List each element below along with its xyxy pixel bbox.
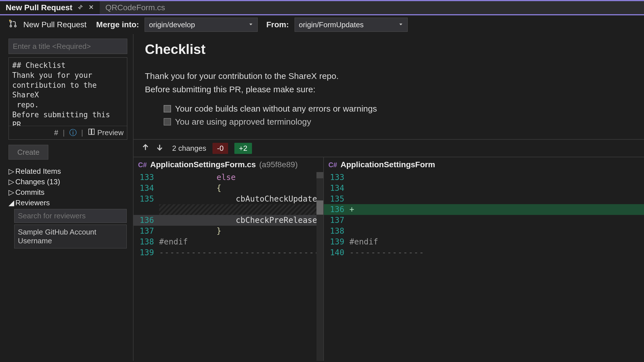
merge-into-value: origin/develop <box>149 20 195 29</box>
separator: | <box>81 128 83 137</box>
preview-button[interactable]: Preview <box>88 128 124 137</box>
diff-header: C# ApplicationSettingsForm <box>324 157 644 172</box>
preview-paragraph: Thank you for your contribution to the S… <box>145 70 633 83</box>
pr-toolbar: New Pull Request Merge into: origin/deve… <box>0 15 644 34</box>
csharp-icon: C# <box>138 161 147 169</box>
checklist-item: Your code builds clean without any error… <box>164 104 633 114</box>
toolbar-title: New Pull Request <box>23 20 87 29</box>
create-label: Create <box>17 148 39 157</box>
tab-label: QRCodeForm.cs <box>105 3 165 12</box>
svg-rect-3 <box>89 129 91 135</box>
from-value: origin/FormUpdates <box>299 20 364 29</box>
diff-pane-modified: C# ApplicationSettingsForm 133 134 135 1… <box>324 157 644 361</box>
diff-panes: C# ApplicationSettingsForm.cs (a95f8e89)… <box>134 157 644 361</box>
checklist-item: You are using approved terminology <box>164 117 633 127</box>
lineno: 136 <box>134 215 159 226</box>
diff-gap <box>159 204 323 215</box>
close-icon[interactable] <box>88 4 94 12</box>
diff-filename: ApplicationSettingsForm <box>341 160 435 169</box>
preview-paragraph: Before submitting this PR, please make s… <box>145 83 633 96</box>
diff-hash: (a95f8e89) <box>259 160 298 169</box>
left-panel: ## Checklist Thank you for your contribu… <box>0 34 133 361</box>
merge-into-dropdown[interactable]: origin/develop <box>145 18 258 32</box>
pr-description-textarea[interactable]: ## Checklist Thank you for your contribu… <box>9 58 127 126</box>
pr-title-input[interactable] <box>9 39 127 54</box>
tree-commits[interactable]: ▷ Commits <box>9 188 124 197</box>
side-tree: ▷ Related Items ▷ Changes (13) ▷ Commits… <box>9 167 124 248</box>
diff-toolbar: 2 changes -0 +2 <box>134 139 644 157</box>
separator: | <box>63 128 65 137</box>
svg-point-2 <box>14 25 16 27</box>
hash-icon[interactable]: # <box>54 128 58 137</box>
lineno: 135 <box>134 194 159 204</box>
preview-label: Preview <box>97 128 124 137</box>
tab-label: New Pull Request <box>6 3 72 12</box>
lineno: 139 <box>324 237 349 247</box>
checklist-text: Your code builds clean without any error… <box>175 104 377 114</box>
tree-changes[interactable]: ▷ Changes (13) <box>9 177 124 186</box>
diff-pane-original: C# ApplicationSettingsForm.cs (a95f8e89)… <box>134 157 324 361</box>
tree-label: Reviewers <box>15 198 50 207</box>
csharp-icon: C# <box>328 161 337 169</box>
pr-description-wrapper: ## Checklist Thank you for your contribu… <box>9 57 127 140</box>
lineno: 140 <box>324 247 349 258</box>
diff-filename: ApplicationSettingsForm.cs <box>150 160 256 169</box>
lineno: 138 <box>134 237 159 247</box>
lineno: 138 <box>324 226 349 237</box>
deletions-badge: -0 <box>212 143 228 154</box>
svg-point-0 <box>10 25 12 27</box>
code-area-left[interactable]: 133 else 134 { 135 cbAutoCheckUpdate.( 1… <box>134 172 323 361</box>
tree-reviewers[interactable]: ◢ Reviewers <box>9 198 124 207</box>
changes-count: 2 changes <box>172 144 206 153</box>
lineno: 134 <box>134 183 159 194</box>
from-dropdown[interactable]: origin/FormUpdates <box>295 18 408 32</box>
scrollbar-thumb[interactable] <box>316 200 323 215</box>
additions-badge: +2 <box>234 143 252 154</box>
checklist-text: You are using approved terminology <box>175 117 311 127</box>
chevron-down-icon <box>398 21 403 29</box>
merge-into-label: Merge into: <box>96 20 139 29</box>
chevron-right-icon: ▷ <box>9 177 12 186</box>
pin-icon[interactable] <box>78 4 83 12</box>
tab-bar: New Pull Request QRCodeForm.cs <box>0 0 644 15</box>
checkbox-icon[interactable] <box>164 105 171 112</box>
tree-label: Related Items <box>15 167 61 176</box>
lineno: 133 <box>134 172 159 183</box>
next-change-button[interactable] <box>156 143 164 153</box>
tree-label: Commits <box>15 188 45 197</box>
chevron-down-icon <box>248 21 253 29</box>
preview-checklist: Your code builds clean without any error… <box>145 104 633 127</box>
tab-new-pull-request[interactable]: New Pull Request <box>0 1 100 14</box>
checkbox-icon[interactable] <box>164 118 171 125</box>
right-panel: Checklist Thank you for your contributio… <box>133 34 644 361</box>
create-button[interactable]: Create <box>9 145 48 160</box>
lineno: 133 <box>324 172 349 183</box>
chevron-right-icon: ▷ <box>9 188 12 197</box>
from-label: From: <box>266 20 289 29</box>
code-area-right[interactable]: 133 134 135 136+ 137 138 139#endif 140--… <box>324 172 644 361</box>
lineno: 135 <box>324 194 349 204</box>
info-icon[interactable]: ⓘ <box>69 128 77 138</box>
tab-qrcodeform[interactable]: QRCodeForm.cs <box>100 1 171 14</box>
description-toolbar: # | ⓘ | Preview <box>9 126 127 139</box>
tree-related-items[interactable]: ▷ Related Items <box>9 167 124 176</box>
lineno: 137 <box>134 226 159 237</box>
lineno: 136 <box>324 204 349 215</box>
added-line-marker: + <box>349 205 357 214</box>
diff-header: C# ApplicationSettingsForm.cs (a95f8e89) <box>134 157 323 172</box>
svg-rect-4 <box>92 129 94 135</box>
main-area: ## Checklist Thank you for your contribu… <box>0 34 644 361</box>
chevron-right-icon: ▷ <box>9 167 12 176</box>
reviewer-entry[interactable]: Sample GitHub Account Username <box>14 225 127 248</box>
scrollbar[interactable] <box>316 172 323 361</box>
chevron-down-icon: ◢ <box>9 198 12 207</box>
preview-heading: Checklist <box>145 41 633 57</box>
new-pr-icon <box>9 19 18 30</box>
prev-change-button[interactable] <box>141 143 149 153</box>
markdown-preview: Checklist Thank you for your contributio… <box>134 34 644 139</box>
lineno: 134 <box>324 183 349 194</box>
preview-icon <box>88 128 95 137</box>
reviewer-search-input[interactable] <box>14 209 127 223</box>
lineno: 137 <box>324 215 349 226</box>
lineno: 139 <box>134 247 159 258</box>
